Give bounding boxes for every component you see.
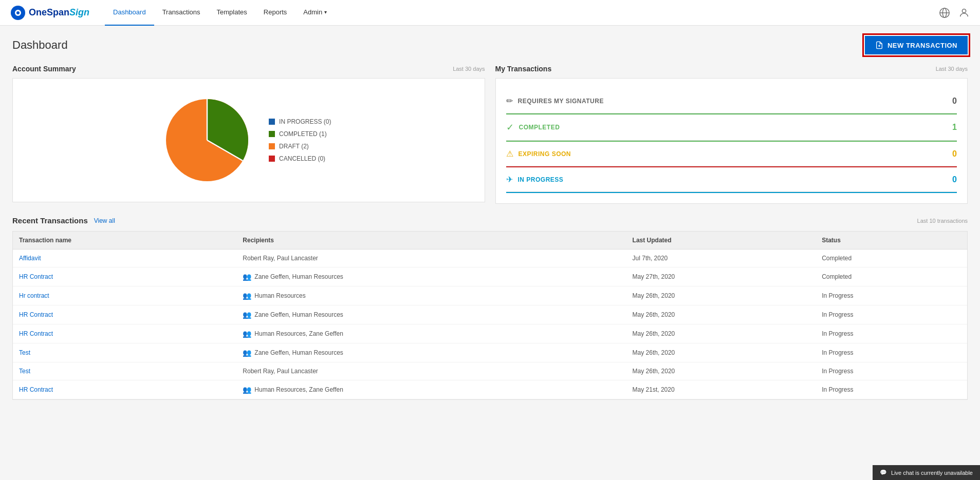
transaction-name[interactable]: Hr contract	[19, 292, 49, 299]
metric-value-completed: 1	[952, 123, 957, 132]
view-all-link[interactable]: View all	[94, 217, 115, 224]
legend-in-progress: IN PROGRESS (0)	[269, 118, 331, 125]
transaction-status: In Progress	[816, 343, 967, 362]
logo[interactable]: OneSpanSign	[10, 5, 89, 21]
transaction-last-updated: May 27th, 2020	[626, 267, 816, 286]
account-summary-subtitle: Last 30 days	[453, 66, 485, 72]
my-transactions-card: ✏ REQUIRES MY SIGNATURE 0 ✓ COMPLETED 1	[495, 78, 968, 204]
nav-links: Dashboard Transactions Templates Reports…	[105, 0, 335, 26]
page-content: Dashboard NEW TRANSACTION Account Summar…	[0, 26, 980, 410]
transaction-recipients: 👥Zane Geffen, Human Resources	[236, 267, 626, 286]
transaction-last-updated: May 26th, 2020	[626, 362, 816, 380]
transaction-status: In Progress	[816, 305, 967, 324]
metric-label-completed: COMPLETED	[519, 124, 560, 131]
transaction-last-updated: May 26th, 2020	[626, 324, 816, 343]
transaction-name[interactable]: HR Contract	[19, 386, 53, 393]
document-icon	[875, 41, 883, 49]
nav-reports[interactable]: Reports	[255, 0, 295, 26]
chart-legend: IN PROGRESS (0) COMPLETED (1) DRAFT (2)	[269, 118, 331, 162]
legend-label-cancelled: CANCELLED (0)	[279, 155, 325, 162]
nav-right-icons	[939, 7, 970, 18]
pie-chart	[166, 99, 248, 181]
transaction-status: Completed	[816, 267, 967, 286]
my-transactions-section: My Transactions Last 30 days ✏ REQUIRES …	[495, 65, 968, 204]
metric-label-in-progress: IN PROGRESS	[518, 176, 564, 183]
nav-templates[interactable]: Templates	[209, 0, 255, 26]
transaction-recipients: 👥Zane Geffen, Human Resources	[236, 305, 626, 324]
metric-requires-signature[interactable]: ✏ REQUIRES MY SIGNATURE 0	[506, 89, 957, 113]
legend-cancelled: CANCELLED (0)	[269, 155, 331, 162]
globe-icon[interactable]	[939, 7, 950, 18]
transaction-status: In Progress	[816, 380, 967, 399]
transaction-last-updated: May 26th, 2020	[626, 286, 816, 305]
transaction-last-updated: Jul 7th, 2020	[626, 249, 816, 267]
transaction-status: In Progress	[816, 324, 967, 343]
new-transaction-button[interactable]: NEW TRANSACTION	[865, 36, 968, 54]
transactions-table: Transaction name Recipients Last Updated…	[13, 232, 967, 399]
metric-completed[interactable]: ✓ COMPLETED 1	[506, 114, 957, 141]
svg-point-6	[962, 9, 966, 12]
col-transaction-name: Transaction name	[13, 232, 236, 249]
transaction-recipients: Robert Ray, Paul Lancaster	[236, 249, 626, 267]
legend-completed: COMPLETED (1)	[269, 130, 331, 138]
transaction-recipients: 👥Human Resources, Zane Geffen	[236, 380, 626, 399]
transaction-recipients: 👥Human Resources, Zane Geffen	[236, 324, 626, 343]
legend-color-completed	[269, 131, 275, 137]
transaction-last-updated: May 26th, 2020	[626, 305, 816, 324]
legend-color-cancelled	[269, 156, 275, 162]
table-row[interactable]: Test Robert Ray, Paul Lancaster May 26th…	[13, 362, 967, 380]
transaction-name[interactable]: Test	[19, 349, 30, 356]
group-icon: 👥	[243, 386, 251, 394]
transaction-name[interactable]: Test	[19, 368, 30, 375]
legend-color-in-progress	[269, 119, 275, 125]
table-row[interactable]: HR Contract 👥Human Resources, Zane Geffe…	[13, 324, 967, 343]
warning-icon: ⚠	[506, 149, 513, 159]
group-icon: 👥	[243, 311, 251, 319]
legend-label-in-progress: IN PROGRESS (0)	[279, 118, 331, 125]
check-icon: ✓	[506, 122, 514, 133]
transaction-name[interactable]: HR Contract	[19, 330, 53, 337]
recent-transactions-card: Transaction name Recipients Last Updated…	[12, 231, 968, 400]
transaction-recipients: Robert Ray, Paul Lancaster	[236, 362, 626, 380]
metric-in-progress[interactable]: ✈ IN PROGRESS 0	[506, 167, 957, 192]
legend-color-draft	[269, 143, 275, 149]
table-row[interactable]: HR Contract 👥Zane Geffen, Human Resource…	[13, 305, 967, 324]
transaction-name[interactable]: HR Contract	[19, 273, 53, 280]
logo-text: OneSpanSign	[29, 7, 89, 18]
transaction-name[interactable]: Affidavit	[19, 255, 41, 262]
page-title: Dashboard	[12, 39, 68, 52]
nav-transactions[interactable]: Transactions	[154, 0, 209, 26]
page-header: Dashboard NEW TRANSACTION	[12, 36, 968, 54]
transaction-status: Completed	[816, 249, 967, 267]
group-icon: 👥	[243, 330, 251, 338]
transaction-name[interactable]: HR Contract	[19, 311, 53, 318]
table-row[interactable]: Affidavit Robert Ray, Paul Lancaster Jul…	[13, 249, 967, 267]
chart-area: IN PROGRESS (0) COMPLETED (1) DRAFT (2)	[23, 89, 474, 191]
pie-chart-svg	[166, 99, 248, 181]
recent-title: Recent Transactions	[12, 216, 88, 225]
table-row[interactable]: HR Contract 👥Zane Geffen, Human Resource…	[13, 267, 967, 286]
legend-label-completed: COMPLETED (1)	[279, 130, 327, 138]
metric-value-in-progress: 0	[952, 175, 957, 184]
logo-icon	[10, 5, 26, 21]
dashboard-grid: Account Summary Last 30 days	[12, 65, 968, 204]
legend-label-draft: DRAFT (2)	[279, 143, 309, 150]
account-summary-header: Account Summary Last 30 days	[12, 65, 485, 73]
table-row[interactable]: HR Contract 👥Human Resources, Zane Geffe…	[13, 380, 967, 399]
nav-admin[interactable]: Admin ▾	[295, 0, 335, 26]
account-summary-card: IN PROGRESS (0) COMPLETED (1) DRAFT (2)	[12, 78, 485, 202]
my-transactions-title: My Transactions	[495, 65, 552, 73]
nav-dashboard[interactable]: Dashboard	[105, 0, 154, 26]
metric-expiring-soon[interactable]: ⚠ EXPIRING SOON 0	[506, 142, 957, 166]
metric-label-requires: REQUIRES MY SIGNATURE	[518, 98, 604, 105]
table-row[interactable]: Test 👥Zane Geffen, Human Resources May 2…	[13, 343, 967, 362]
table-row[interactable]: Hr contract 👥Human Resources May 26th, 2…	[13, 286, 967, 305]
col-status: Status	[816, 232, 967, 249]
group-icon: 👥	[243, 273, 251, 281]
col-recipients: Recipients	[236, 232, 626, 249]
user-icon[interactable]	[958, 7, 970, 18]
account-summary-title: Account Summary	[12, 65, 76, 73]
transaction-status: In Progress	[816, 286, 967, 305]
group-icon: 👥	[243, 292, 251, 300]
legend-draft: DRAFT (2)	[269, 143, 331, 150]
